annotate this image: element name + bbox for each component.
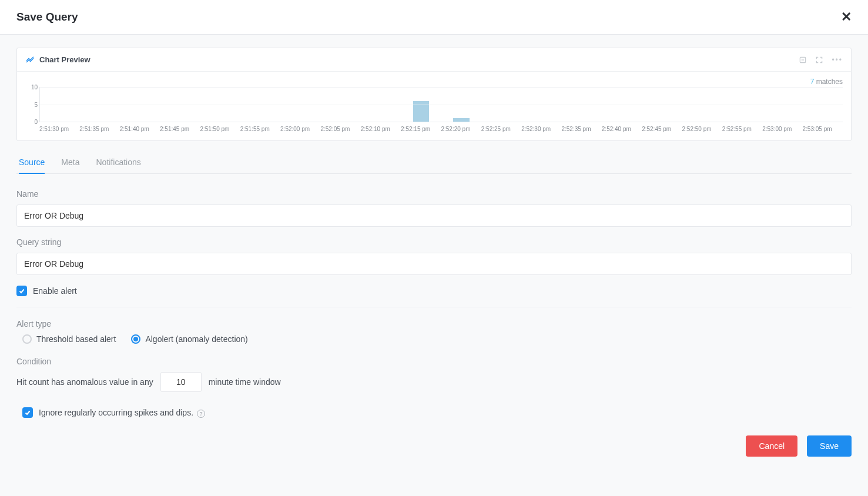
cancel-button[interactable]: Cancel: [746, 435, 797, 457]
x-tick: 2:53:05 pm: [803, 126, 843, 132]
tab-source[interactable]: Source: [19, 157, 45, 174]
x-tick: 2:52:35 pm: [561, 126, 601, 132]
chart-icon: [25, 54, 35, 65]
x-tick: 2:52:15 pm: [401, 126, 441, 132]
close-icon[interactable]: ✕: [841, 11, 852, 24]
x-tick: 2:52:25 pm: [481, 126, 521, 132]
condition-label: Condition: [16, 357, 852, 366]
condition-value-input[interactable]: [160, 372, 202, 392]
name-label: Name: [16, 189, 852, 199]
tab-meta[interactable]: Meta: [61, 157, 79, 173]
y-tick: 0: [27, 119, 38, 125]
matches-count: 7 matches: [25, 78, 843, 86]
fullscreen-icon[interactable]: [815, 56, 823, 64]
condition-prefix: Hit count has anomalous value in any: [16, 377, 153, 387]
chart-bar: [453, 118, 469, 122]
radio-algolert[interactable]: Algolert (anomaly detection): [131, 334, 247, 344]
tab-bar: SourceMetaNotifications: [16, 157, 852, 174]
x-tick: 2:52:20 pm: [441, 126, 481, 132]
tab-notifications[interactable]: Notifications: [96, 157, 140, 173]
query-label: Query string: [16, 237, 852, 247]
collapse-icon[interactable]: [799, 56, 807, 64]
x-tick: 2:51:35 pm: [79, 126, 119, 132]
y-tick: 5: [27, 101, 38, 108]
y-tick: 10: [27, 84, 38, 91]
modal-body: Chart Preview ••• 7 matches: [0, 35, 868, 468]
x-tick: 2:51:55 pm: [240, 126, 280, 132]
x-tick: 2:51:45 pm: [160, 126, 200, 132]
x-tick: 2:51:30 pm: [39, 126, 79, 132]
chart-title: Chart Preview: [39, 55, 91, 64]
x-tick: 2:52:55 pm: [722, 126, 762, 132]
x-tick: 2:52:00 pm: [280, 126, 320, 132]
x-tick: 2:52:05 pm: [320, 126, 360, 132]
x-tick: 2:51:50 pm: [200, 126, 240, 132]
chart-preview-panel: Chart Preview ••• 7 matches: [16, 48, 852, 141]
modal-header: Save Query ✕: [0, 0, 868, 35]
ignore-spikes-checkbox[interactable]: [22, 407, 33, 418]
name-input[interactable]: [16, 205, 852, 227]
radio-threshold[interactable]: Threshold based alert: [22, 334, 116, 344]
modal-footer: Cancel Save: [16, 435, 852, 457]
x-tick: 2:51:40 pm: [120, 126, 160, 132]
enable-alert-label: Enable alert: [33, 286, 77, 296]
x-tick: 2:52:40 pm: [602, 126, 642, 132]
save-button[interactable]: Save: [807, 435, 852, 457]
divider: [16, 307, 852, 307]
x-tick: 2:52:50 pm: [682, 126, 722, 132]
help-icon[interactable]: ?: [197, 410, 205, 418]
x-tick: 2:52:30 pm: [521, 126, 561, 132]
enable-alert-checkbox[interactable]: [16, 286, 27, 296]
x-tick: 2:52:10 pm: [361, 126, 401, 132]
more-icon[interactable]: •••: [832, 56, 843, 64]
condition-suffix: minute time window: [209, 377, 281, 387]
ignore-spikes-label: Ignore regularly occurring spikes and di…: [39, 408, 193, 417]
x-tick: 2:52:45 pm: [642, 126, 682, 132]
chart-header: Chart Preview •••: [17, 48, 851, 72]
source-form: Name Query string Enable alert Alert typ…: [16, 189, 852, 418]
alert-type-label: Alert type: [16, 319, 852, 329]
chart-plot: 1050: [39, 87, 843, 122]
modal-title: Save Query: [16, 11, 78, 24]
x-tick: 2:53:00 pm: [762, 126, 802, 132]
query-input[interactable]: [16, 253, 852, 275]
